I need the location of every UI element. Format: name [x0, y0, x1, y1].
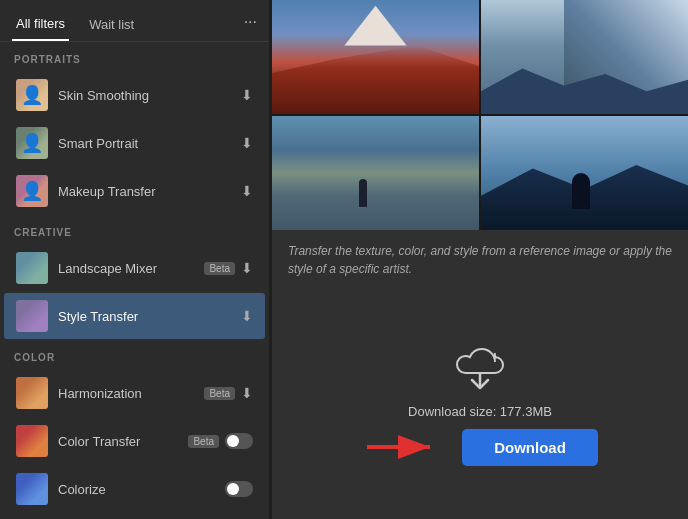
pointing-arrow-icon [362, 432, 442, 462]
section-creative: CREATIVE [0, 215, 269, 244]
filter-item-harmonization[interactable]: Harmonization Beta ⬇ [4, 370, 265, 416]
preview-image-blue-art [481, 0, 688, 114]
filter-item-smart-portrait[interactable]: 👤 Smart Portrait ⬇ [4, 120, 265, 166]
filter-item-color-transfer[interactable]: Color Transfer Beta [4, 418, 265, 464]
download-icon-style-transfer[interactable]: ⬇ [241, 308, 253, 324]
badge-landscape-mixer: Beta [204, 262, 235, 275]
filter-name-landscape-mixer: Landscape Mixer [58, 261, 204, 276]
section-color: COLOR [0, 340, 269, 369]
filter-thumb-skin-smoothing: 👤 [16, 79, 48, 111]
download-icon-harmonization[interactable]: ⬇ [241, 385, 253, 401]
download-button[interactable]: Download [462, 429, 598, 466]
filter-item-makeup-transfer[interactable]: 👤 Makeup Transfer ⬇ [4, 168, 265, 214]
thumb-face-icon: 👤 [16, 79, 48, 111]
filter-panel: All filters Wait list ··· PORTRAITS 👤 Sk… [0, 0, 270, 519]
tab-all-filters[interactable]: All filters [12, 10, 69, 41]
download-area: Download size: 177.3MB Download [272, 286, 688, 519]
filter-name-makeup-transfer: Makeup Transfer [58, 184, 241, 199]
preview-image-grid [272, 0, 688, 230]
filter-item-colorize[interactable]: Colorize [4, 466, 265, 512]
preview-image-mountain [272, 0, 479, 114]
thumb-face-icon2: 👤 [16, 127, 48, 159]
person-silhouette-icon [572, 173, 590, 209]
download-icon-smart-portrait[interactable]: ⬇ [241, 135, 253, 151]
thumb-face-icon3: 👤 [16, 175, 48, 207]
download-icon-landscape-mixer[interactable]: ⬇ [241, 260, 253, 276]
download-icon-makeup-transfer[interactable]: ⬇ [241, 183, 253, 199]
filter-name-colorize: Colorize [58, 482, 225, 497]
section-portraits: PORTRAITS [0, 42, 269, 71]
filter-thumb-colorize [16, 473, 48, 505]
filter-thumb-color-transfer [16, 425, 48, 457]
filter-description: Transfer the texture, color, and style f… [272, 230, 688, 286]
toggle-colorize[interactable] [225, 481, 253, 497]
filter-thumb-landscape-mixer [16, 252, 48, 284]
filter-item-skin-smoothing[interactable]: 👤 Skin Smoothing ⬇ [4, 72, 265, 118]
download-size-label: Download size: 177.3MB [408, 404, 552, 419]
download-icon-skin-smoothing[interactable]: ⬇ [241, 87, 253, 103]
filter-thumb-makeup-transfer: 👤 [16, 175, 48, 207]
filter-name-smart-portrait: Smart Portrait [58, 136, 241, 151]
filter-item-landscape-mixer[interactable]: Landscape Mixer Beta ⬇ [4, 245, 265, 291]
badge-color-transfer: Beta [188, 435, 219, 448]
filter-name-color-transfer: Color Transfer [58, 434, 188, 449]
filter-thumb-harmonization [16, 377, 48, 409]
tabs-bar: All filters Wait list ··· [0, 0, 269, 42]
filter-name-harmonization: Harmonization [58, 386, 204, 401]
detail-panel: Transfer the texture, color, and style f… [272, 0, 688, 519]
filter-thumb-smart-portrait: 👤 [16, 127, 48, 159]
filter-name-style-transfer: Style Transfer [58, 309, 241, 324]
filter-name-skin-smoothing: Skin Smoothing [58, 88, 241, 103]
preview-image-lake [272, 116, 479, 230]
filter-thumb-style-transfer [16, 300, 48, 332]
download-cloud-icon [450, 340, 510, 394]
tab-wait-list[interactable]: Wait list [85, 11, 138, 40]
download-action-row: Download [362, 429, 598, 466]
preview-image-art-mountains [481, 116, 688, 230]
badge-harmonization: Beta [204, 387, 235, 400]
filter-item-style-transfer[interactable]: Style Transfer ⬇ [4, 293, 265, 339]
toggle-color-transfer[interactable] [225, 433, 253, 449]
tabs-more-button[interactable]: ··· [244, 13, 257, 39]
